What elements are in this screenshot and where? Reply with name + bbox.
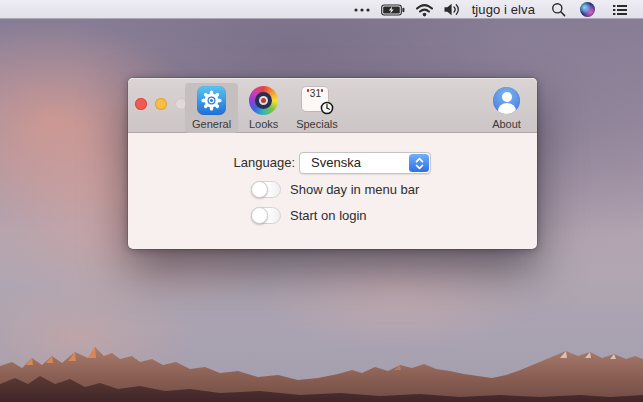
minimize-button[interactable]	[155, 98, 167, 110]
traffic-lights	[135, 98, 187, 110]
show-day-label: Show day in menu bar	[290, 181, 419, 198]
tab-specials[interactable]: 31 Specials	[289, 83, 345, 133]
ellipsis-icon[interactable]	[353, 0, 371, 19]
desktop: tjugo i elva	[0, 0, 643, 402]
mountains-graphic	[0, 332, 643, 402]
close-button[interactable]	[135, 98, 147, 110]
menu-bar-extras: tjugo i elva	[353, 0, 643, 19]
start-on-login-label: Start on login	[290, 207, 367, 224]
wifi-icon[interactable]	[415, 0, 434, 19]
show-day-toggle[interactable]	[251, 181, 281, 198]
gear-app-icon	[196, 85, 227, 116]
dropdown-stepper-icon	[409, 154, 429, 172]
tab-general[interactable]: General	[185, 83, 238, 133]
clock-overlay-icon	[320, 101, 334, 118]
language-label: Language:	[168, 152, 295, 174]
menu-bar: tjugo i elva	[0, 0, 643, 19]
language-dropdown[interactable]: Svenska	[299, 152, 431, 174]
tab-looks[interactable]: Looks	[241, 83, 286, 133]
tab-label: About	[492, 118, 521, 130]
start-on-login-toggle[interactable]	[251, 207, 281, 224]
tab-label: General	[192, 118, 231, 130]
preferences-content: Language: Svenska Show day in menu bar S…	[128, 134, 537, 249]
tab-label: Looks	[249, 118, 278, 130]
calendar-clock-icon: 31	[301, 85, 332, 116]
color-wheel-icon	[248, 85, 279, 116]
tab-about[interactable]: About	[484, 83, 529, 133]
volume-icon[interactable]	[444, 0, 461, 19]
user-icon	[491, 85, 522, 116]
preferences-window: General Looks 31	[128, 78, 537, 249]
battery-charging-icon[interactable]	[381, 0, 405, 19]
tab-label: Specials	[296, 118, 338, 130]
notification-center-icon[interactable]	[612, 0, 628, 19]
toolbar-tabs: General Looks 31	[185, 83, 345, 133]
search-icon[interactable]	[551, 0, 566, 19]
calendar-day-label: 31	[302, 87, 328, 101]
window-toolbar: General Looks 31	[128, 78, 537, 133]
siri-icon[interactable]	[580, 0, 595, 19]
menu-bar-clock[interactable]: tjugo i elva	[471, 0, 536, 19]
language-selected-value: Svenska	[311, 153, 361, 173]
